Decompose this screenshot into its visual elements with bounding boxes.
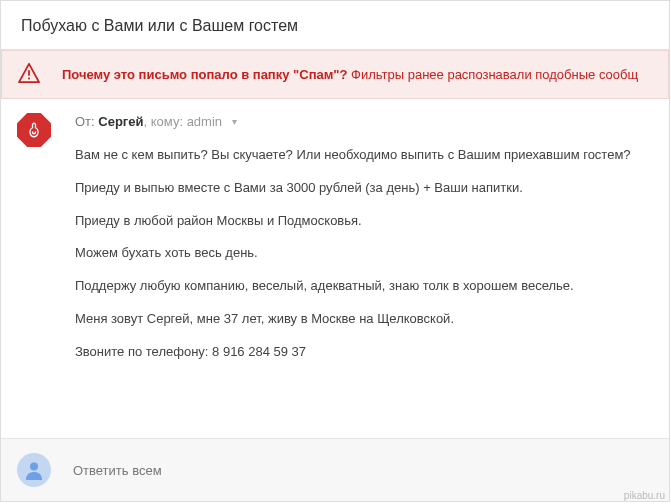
svg-rect-0	[28, 70, 30, 75]
body-paragraph: Приеду в любой район Москвы и Подмосковь…	[75, 212, 653, 231]
from-line[interactable]: От: Сергей, кому: admin ▾	[75, 113, 653, 132]
body-paragraph: Поддержу любую компанию, веселый, адеква…	[75, 277, 653, 296]
message-area: От: Сергей, кому: admin ▾ Вам не с кем в…	[1, 99, 669, 438]
details-dropdown-icon[interactable]: ▾	[232, 115, 237, 130]
body-paragraph: Звоните по телефону: 8 916 284 59 37	[75, 343, 653, 362]
message-body: От: Сергей, кому: admin ▾ Вам не с кем в…	[75, 113, 653, 428]
svg-rect-1	[28, 78, 30, 80]
subject-bar: Побухаю с Вами или с Вашем гостем	[1, 1, 669, 50]
warning-icon	[18, 63, 40, 86]
body-paragraph: Меня зовут Сергей, мне 37 лет, живу в Мо…	[75, 310, 653, 329]
spam-banner: Почему это письмо попало в папку "Спам"?…	[1, 50, 669, 99]
to-value: admin	[187, 114, 222, 129]
spam-question: Почему это письмо попало в папку "Спам"?	[62, 67, 347, 82]
user-avatar-icon	[17, 453, 51, 487]
body-paragraph: Вам не с кем выпить? Вы скучаете? Или не…	[75, 146, 653, 165]
body-paragraph: Приеду и выпью вместе с Вами за 3000 руб…	[75, 179, 653, 198]
spam-sender-icon	[17, 113, 51, 147]
reply-bar[interactable]: Ответить всем	[1, 438, 669, 501]
watermark: pikabu.ru	[624, 490, 665, 501]
spam-reason: Фильтры ранее распознавали подобные сооб…	[351, 67, 638, 82]
body-paragraph: Можем бухать хоть весь день.	[75, 244, 653, 263]
spam-text: Почему это письмо попало в папку "Спам"?…	[62, 67, 638, 82]
reply-all-label[interactable]: Ответить всем	[73, 463, 162, 478]
email-view: Побухаю с Вами или с Вашем гостем Почему…	[0, 0, 670, 502]
to-label: кому:	[151, 114, 183, 129]
sender-avatar-column	[17, 113, 57, 428]
from-label: От:	[75, 114, 95, 129]
from-name: Сергей	[98, 114, 143, 129]
svg-point-2	[30, 463, 38, 471]
email-subject: Побухаю с Вами или с Вашем гостем	[21, 17, 298, 34]
